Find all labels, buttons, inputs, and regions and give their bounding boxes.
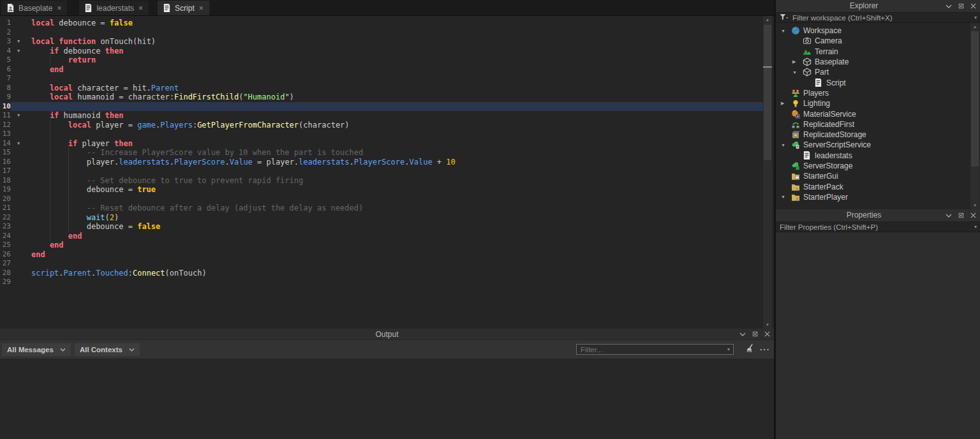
code-line-21[interactable]: 21-- Reset debounce after a delay (adjus… — [0, 204, 763, 213]
code-line-18[interactable]: 18-- Set debounce to true to prevent rap… — [0, 176, 763, 186]
tab-close-icon[interactable]: × — [56, 4, 62, 13]
code-line-2[interactable]: 2 — [0, 28, 763, 38]
messages-filter-dropdown[interactable]: All Messages — [2, 343, 71, 356]
explorer-filter-field[interactable]: Filter workspace (Ctrl+Shift+X) ▾ — [776, 13, 980, 23]
tree-item-serverscriptservice[interactable]: ▼ServerScriptService — [776, 140, 980, 150]
tree-item-label: Workspace — [803, 26, 842, 35]
tree-item-part[interactable]: ▼Part — [776, 67, 980, 77]
tree-item-starterplayer[interactable]: ▼StarterPlayer — [776, 192, 980, 202]
tree-item-starterpack[interactable]: StarterPack — [776, 181, 980, 191]
code-line-10[interactable]: 10 — [0, 102, 763, 112]
code-line-1[interactable]: 1local debounce = false — [0, 19, 763, 28]
code-line-7[interactable]: 7 — [0, 74, 763, 84]
clear-output-icon[interactable] — [745, 343, 754, 356]
code-line-11[interactable]: 11▼if humanoid then — [0, 111, 763, 121]
tree-item-players[interactable]: Players — [776, 88, 980, 98]
output-filter-input[interactable] — [577, 346, 727, 353]
output-panel-header: Output — [0, 329, 774, 340]
tree-item-baseplate[interactable]: ▶Baseplate — [776, 57, 980, 67]
output-close-icon[interactable] — [764, 331, 770, 337]
code-line-28[interactable]: 28script.Parent.Touched:Connect(onTouch) — [0, 269, 763, 278]
tree-item-replicatedstorage[interactable]: ReplicatedStorage — [776, 130, 980, 140]
contexts-filter-label: All Contexts — [80, 346, 122, 353]
code-line-12[interactable]: 12local player = game.Players:GetPlayerF… — [0, 121, 763, 130]
code-text — [11, 28, 763, 38]
expand-arrow-icon[interactable]: ▼ — [780, 29, 791, 33]
code-line-9[interactable]: 9local humanoid = character:FindFirstChi… — [0, 93, 763, 102]
filter-caret-icon[interactable]: ▾ — [974, 15, 977, 20]
code-line-29[interactable]: 29 — [0, 278, 763, 287]
code-text: debounce = true — [11, 185, 763, 195]
code-line-4[interactable]: 4▼if debounce then — [0, 47, 763, 56]
code-line-3[interactable]: 3▼local function onTouch(hit) — [0, 37, 763, 47]
editor-scrollbar-thumb[interactable] — [764, 25, 771, 160]
tree-item-terrain[interactable]: Terrain — [776, 47, 980, 57]
tree-item-script[interactable]: Script — [776, 77, 980, 87]
code-text: player.leaderstats.PlayerScore.Value = p… — [11, 158, 763, 167]
script-editor[interactable]: 1local debounce = false23▼local function… — [0, 16, 774, 329]
code-line-27[interactable]: 27 — [0, 259, 763, 269]
code-line-26[interactable]: 26end — [0, 250, 763, 260]
code-line-13[interactable]: 13 — [0, 130, 763, 139]
tree-item-lighting[interactable]: ▶Lighting — [776, 98, 980, 108]
code-line-20[interactable]: 20 — [0, 195, 763, 204]
tree-item-workspace[interactable]: ▼Workspace — [776, 26, 980, 36]
tab-close-icon[interactable]: × — [138, 4, 144, 13]
expand-arrow-icon[interactable]: ▼ — [780, 143, 791, 147]
output-float-icon[interactable] — [752, 331, 759, 338]
properties-filter-field[interactable]: Filter Properties (Ctrl+Shift+P) ▾ — [776, 222, 980, 232]
expand-arrow-icon[interactable]: ▼ — [791, 70, 803, 75]
code-line-19[interactable]: 19debounce = true — [0, 185, 763, 195]
scroll-up-arrow-icon[interactable]: ▲ — [763, 16, 772, 24]
properties-collapse-chevron-icon[interactable] — [946, 214, 952, 218]
expand-arrow-icon[interactable]: ▶ — [791, 59, 803, 64]
expand-arrow-icon[interactable]: ▶ — [780, 101, 791, 106]
explorer-collapse-chevron-icon[interactable] — [946, 4, 952, 8]
explorer-scrollbar-thumb[interactable] — [971, 31, 979, 167]
contexts-filter-dropdown[interactable]: All Contexts — [75, 343, 140, 356]
output-collapse-chevron-icon[interactable] — [739, 332, 746, 336]
code-line-14[interactable]: 14▼if player then — [0, 139, 763, 149]
line-number: 19 — [0, 185, 11, 195]
code-line-6[interactable]: 6end — [0, 65, 763, 75]
scroll-down-arrow-icon[interactable]: ▼ — [970, 202, 979, 209]
output-log-area[interactable] — [0, 359, 774, 438]
tree-item-label: StarterPack — [803, 182, 843, 191]
scroll-up-arrow-icon[interactable]: ▲ — [970, 23, 979, 31]
tab-baseplate[interactable]: Baseplate× — [1, 1, 67, 15]
code-line-24[interactable]: 24end — [0, 232, 763, 241]
code-line-23[interactable]: 23debounce = false — [0, 222, 763, 232]
code-line-16[interactable]: 16player.leaderstats.PlayerScore.Value =… — [0, 158, 763, 167]
filter-dropdown-caret-icon[interactable]: ▾ — [727, 346, 733, 352]
code-line-25[interactable]: 25end — [0, 241, 763, 250]
code-text — [11, 102, 763, 112]
code-line-22[interactable]: 22wait(2) — [0, 213, 763, 223]
tree-item-leaderstats[interactable]: leaderstats — [776, 151, 980, 161]
code-line-17[interactable]: 17 — [0, 167, 763, 176]
tab-script[interactable]: Script× — [158, 1, 209, 15]
editor-vertical-scrollbar[interactable]: ▲ ▼ — [763, 16, 772, 329]
properties-close-icon[interactable] — [970, 212, 976, 218]
tab-leaderstats[interactable]: leaderstats× — [79, 1, 149, 15]
explorer-close-icon[interactable] — [970, 3, 976, 9]
line-number: 28 — [0, 269, 11, 278]
tree-item-materialservice[interactable]: MaterialService — [776, 108, 980, 119]
tree-item-replicatedfirst[interactable]: ReplicatedFirst — [776, 119, 980, 130]
tab-close-icon[interactable]: × — [198, 4, 204, 13]
explorer-float-icon[interactable] — [958, 3, 965, 10]
properties-float-icon[interactable] — [958, 212, 965, 219]
code-line-8[interactable]: 8local character = hit.Parent — [0, 84, 763, 93]
code-line-15[interactable]: 15-- Increase PlayerScore value by 10 wh… — [0, 148, 763, 158]
tree-item-serverstorage[interactable]: ServerStorage — [776, 161, 980, 171]
output-more-options-icon[interactable]: ··· — [760, 345, 770, 354]
filter-caret-icon[interactable]: ▾ — [974, 224, 977, 230]
scroll-down-arrow-icon[interactable]: ▼ — [763, 321, 772, 329]
terrain-icon — [803, 47, 812, 56]
tree-item-camera[interactable]: Camera — [776, 36, 980, 46]
output-filter-field[interactable]: ▾ — [576, 344, 734, 355]
line-number: 4 — [0, 47, 11, 56]
explorer-vertical-scrollbar[interactable]: ▲▼ — [970, 23, 979, 209]
code-line-5[interactable]: 5return — [0, 56, 763, 65]
tree-item-startergui[interactable]: StarterGui — [776, 171, 980, 181]
expand-arrow-icon[interactable]: ▼ — [780, 195, 791, 199]
